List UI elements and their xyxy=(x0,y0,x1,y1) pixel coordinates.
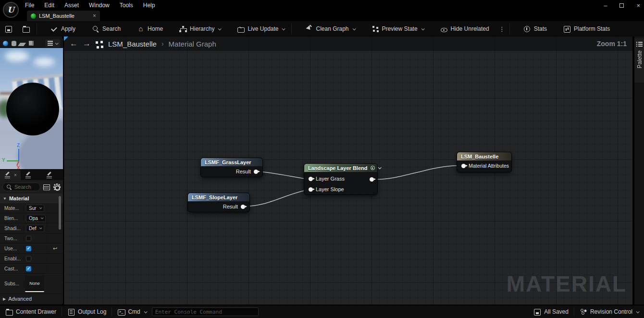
property-label: Blen... xyxy=(0,216,24,221)
menu-file[interactable]: File xyxy=(25,2,34,9)
pin-label-material-attributes: Material Attributes xyxy=(469,163,509,169)
stats-icon xyxy=(523,25,531,33)
tab-custom-primitive-data[interactable] xyxy=(42,170,57,180)
menu-help[interactable]: Help xyxy=(143,2,155,9)
chevron-down-icon xyxy=(41,216,44,219)
property-label: Cast... xyxy=(0,266,24,271)
palette-icon xyxy=(636,40,644,48)
console-command-input[interactable] xyxy=(152,307,259,316)
node-header[interactable]: Landscape Layer Blend xyxy=(304,164,377,172)
chevron-down-icon xyxy=(39,206,42,209)
row-enable-responsive: Enabl... xyxy=(0,254,63,264)
home-button[interactable]: ⌂ Home xyxy=(132,21,168,37)
node-lsmf-grasslayer[interactable]: LSMF_GrassLayer Result xyxy=(200,158,263,177)
back-button[interactable]: ← xyxy=(70,39,78,49)
clean-graph-label: Clean Graph xyxy=(316,25,348,32)
hierarchy-button[interactable]: Hierarchy xyxy=(174,21,225,37)
advanced-expander[interactable]: ▶ Advanced xyxy=(0,294,63,304)
input-pin-material-attributes[interactable] xyxy=(461,164,466,168)
two-sided-checkbox[interactable] xyxy=(26,236,31,241)
right-dock-strip: Palette xyxy=(633,37,644,305)
minimize-button[interactable]: – xyxy=(604,2,607,9)
details-icon xyxy=(4,171,12,179)
preview-cylinder-button[interactable] xyxy=(12,41,16,46)
input-pin-layer-slope[interactable] xyxy=(309,187,313,192)
tab-parameters[interactable] xyxy=(21,170,36,180)
node-header[interactable]: LSMF_SlopeLayer xyxy=(188,193,249,201)
all-saved-button[interactable]: All Saved xyxy=(528,305,574,318)
tab-label: LSM_Baustelle xyxy=(39,13,90,19)
content-drawer-button[interactable]: Content Drawer xyxy=(0,305,62,318)
output-pin-result[interactable] xyxy=(254,170,258,174)
search-button[interactable]: Search xyxy=(87,21,125,37)
material-section-header[interactable]: ▼ Material xyxy=(0,194,63,203)
tab-lsm-baustelle[interactable]: LSM_Baustelle × xyxy=(27,11,100,21)
revision-control-button[interactable]: Revision Control xyxy=(574,305,644,318)
cmd-dropdown[interactable]: Cmd xyxy=(112,305,151,318)
node-lsmf-slopelayer[interactable]: LSMF_SlopeLayer Result xyxy=(187,193,250,212)
menu-tools[interactable]: Tools xyxy=(120,2,133,9)
use-material-attributes-checkbox[interactable]: ✓ xyxy=(26,246,31,251)
output-pin-result[interactable] xyxy=(241,205,245,209)
apply-button[interactable]: Apply xyxy=(46,21,80,37)
triangle-down-icon: ▼ xyxy=(3,196,7,201)
details-search-box[interactable] xyxy=(2,183,40,191)
input-pin-layer-grass[interactable] xyxy=(309,177,313,181)
breadcrumb-asset[interactable]: LSM_Baustelle xyxy=(108,40,157,48)
forward-button[interactable]: → xyxy=(83,39,91,49)
search-icon xyxy=(6,184,12,190)
content-drawer-icon xyxy=(5,308,13,316)
hide-unrelated-button[interactable]: Hide Unrelated xyxy=(435,21,494,37)
display-options-icon[interactable] xyxy=(43,183,50,191)
palette-tab[interactable]: Palette xyxy=(634,38,644,83)
node-lsm-baustelle-result[interactable]: LSM_Baustelle Material Attributes xyxy=(457,152,512,172)
details-scrollbar[interactable] xyxy=(59,196,61,230)
unreal-logo-icon[interactable]: U xyxy=(3,2,19,18)
node-header[interactable]: LSMF_GrassLayer xyxy=(201,158,262,166)
enable-checkbox[interactable] xyxy=(26,256,31,261)
stats-label: Stats xyxy=(534,25,547,32)
close-button[interactable]: × xyxy=(636,2,640,9)
node-header[interactable]: LSM_Baustelle xyxy=(457,152,511,160)
material-graph-canvas[interactable]: ← → LSM_Baustelle › Material Graph Zoom … xyxy=(64,37,632,305)
preview-state-button[interactable]: Preview State xyxy=(367,21,429,37)
viewport-options-button[interactable] xyxy=(45,39,60,47)
menu-window[interactable]: Window xyxy=(89,2,110,9)
stats-button[interactable]: Stats xyxy=(519,21,552,37)
live-update-button[interactable]: Live Update xyxy=(232,21,289,37)
menu-asset[interactable]: Asset xyxy=(64,2,79,9)
reset-to-default-icon[interactable]: ↩ xyxy=(47,245,63,252)
shading-model-dropdown[interactable]: Def xyxy=(26,225,44,232)
browse-button[interactable] xyxy=(17,21,35,37)
property-label: Enabl... xyxy=(0,256,24,261)
blend-mode-dropdown[interactable]: Opa xyxy=(26,215,46,222)
cast-shadows-checkbox[interactable]: ✓ xyxy=(26,266,31,271)
preview-cube-button[interactable] xyxy=(29,41,34,46)
menu-edit[interactable]: Edit xyxy=(44,2,54,9)
preview-plane-button[interactable] xyxy=(18,43,26,46)
tab-close-icon[interactable]: × xyxy=(14,172,17,178)
tab-details[interactable]: × xyxy=(0,170,21,180)
chevron-down-icon[interactable] xyxy=(378,166,381,169)
subsurface-profile-picker[interactable]: None xyxy=(25,276,44,292)
platform-stats-button[interactable]: Platform Stats xyxy=(558,21,615,37)
axis-y-label: Y xyxy=(2,158,5,163)
eye-icon xyxy=(440,25,448,33)
clean-graph-button[interactable]: Clean Graph xyxy=(300,21,359,37)
property-label: Shadi... xyxy=(0,226,24,231)
toolbar-overflow-button[interactable]: ⋮ xyxy=(494,21,508,37)
search-label: Search xyxy=(102,25,121,32)
node-landscape-layer-blend[interactable]: Landscape Layer Blend Layer Grass Layer … xyxy=(304,163,378,195)
property-label: Use... xyxy=(0,246,24,251)
details-search-input[interactable] xyxy=(14,184,37,190)
maximize-button[interactable] xyxy=(619,3,624,8)
output-log-button[interactable]: Output Log xyxy=(62,305,111,318)
save-button[interactable] xyxy=(0,21,17,37)
material-domain-dropdown[interactable]: Sur xyxy=(26,205,44,212)
advanced-view-icon[interactable] xyxy=(371,166,375,170)
gear-icon[interactable] xyxy=(53,183,61,191)
material-preview-viewport[interactable]: Z Y X xyxy=(0,48,63,169)
output-pin-blend[interactable] xyxy=(370,177,374,182)
tab-close-icon[interactable]: × xyxy=(93,12,96,19)
preview-sphere-button[interactable] xyxy=(3,41,8,46)
